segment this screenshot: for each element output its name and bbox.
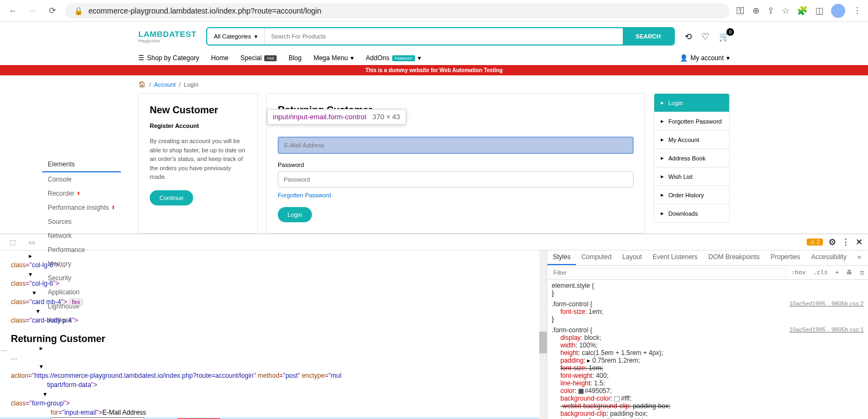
new-customer-card: New Customer Register Account By creatin… (138, 93, 258, 234)
devtools-tab-network[interactable]: Network (42, 229, 121, 243)
sidebar-icon: ▸ (661, 210, 664, 217)
devtools-menu-icon[interactable]: ⋮ (841, 237, 850, 247)
share-icon[interactable]: ⇪ (767, 5, 774, 16)
sidebar-item-forgotten-password[interactable]: ▸ Forgotten Password (654, 112, 729, 131)
key-icon[interactable]: ⚿ (736, 6, 745, 16)
hov-toggle[interactable]: :hov (789, 268, 808, 277)
extensions-icon[interactable]: 🧩 (797, 5, 808, 16)
sidebar-item-login[interactable]: ▸ Login (654, 94, 729, 112)
nav-shop-category[interactable]: ☰ Shop by Category (138, 54, 199, 62)
bookmark-icon[interactable]: ☆ (782, 5, 789, 16)
avatar[interactable] (831, 4, 845, 18)
styles-tab-dom-breakpoints[interactable]: DOM Breakpoints (703, 250, 765, 265)
sidebar-icon: ▸ (661, 99, 664, 106)
computed-toggle-icon[interactable]: ◫ (858, 268, 866, 277)
home-icon[interactable]: 🏠 (138, 81, 146, 88)
new-customer-subtitle: Register Account (150, 123, 246, 129)
nav-home[interactable]: Home (211, 54, 228, 62)
devtools-panel: ⬚ ▭ ElementsConsoleRecorder⬆Performance … (0, 234, 868, 419)
banner-notice: This is a dummy website for Web Automati… (0, 65, 868, 75)
chevron-down-icon: ▾ (254, 33, 258, 40)
devtools-tab-console[interactable]: Console (42, 172, 121, 186)
styles-tab-properties[interactable]: Properties (765, 250, 806, 265)
styles-sidebar: StylesComputedLayoutEvent ListenersDOM B… (547, 250, 868, 419)
menu-icon[interactable]: ⋮ (853, 5, 861, 16)
sidebar-item-address-book[interactable]: ▸ Address Book (654, 149, 729, 167)
devtools-tabs: ⬚ ▭ ElementsConsoleRecorder⬆Performance … (0, 234, 868, 250)
wishlist-icon[interactable]: ♡ (701, 31, 709, 42)
sidebar-icon: ▸ (661, 173, 664, 180)
nav-addons[interactable]: AddOnsFeatured ▾ (366, 54, 420, 62)
sidebar-icon: ▸ (661, 191, 664, 198)
new-rule-icon[interactable]: + (833, 268, 841, 277)
styles-rules[interactable]: element.style { } 10ac5ed1985…9805b.css:… (547, 280, 868, 419)
login-button[interactable]: Login (278, 207, 312, 222)
sidebar-item-my-account[interactable]: ▸ My Account (654, 131, 729, 149)
styles-tab-layout[interactable]: Layout (617, 250, 647, 265)
breadcrumb-login: Login (184, 81, 199, 88)
sidebar-item-order-history[interactable]: ▸ Order History (654, 186, 729, 204)
search-bar: All Categories ▾ SEARCH (206, 27, 675, 46)
forward-button[interactable]: → (26, 4, 39, 17)
styles-tab-computed[interactable]: Computed (576, 250, 617, 265)
sidebar-icon: ▸ (661, 118, 664, 125)
search-button[interactable]: SEARCH (623, 28, 674, 44)
nav-special[interactable]: SpecialHot (240, 54, 277, 62)
nav-mega-menu[interactable]: Mega Menu ▾ (314, 54, 354, 62)
print-icon[interactable]: 🖶 (844, 268, 854, 277)
header-icons: ⟲ ♡ 🛒0 (685, 31, 730, 42)
nav-blog[interactable]: Blog (289, 54, 302, 62)
returning-customer-card: Returning Customer input#input-email.for… (266, 93, 645, 234)
category-select[interactable]: All Categories ▾ (207, 28, 264, 44)
continue-button[interactable]: Continue (150, 190, 193, 205)
styles-tab-event-listeners[interactable]: Event Listeners (647, 250, 703, 265)
password-label: Password (278, 162, 634, 168)
sidepanel-icon[interactable]: ◫ (815, 5, 824, 16)
devtools-tab-elements[interactable]: Elements (42, 157, 121, 172)
nav-bar: ☰ Shop by Category Home SpecialHot Blog … (138, 51, 730, 65)
logo[interactable]: LAMBDATEST Playground (138, 29, 196, 43)
styles-tab-accessibility[interactable]: Accessibility (806, 250, 852, 265)
styles-tabs-more[interactable]: » (852, 250, 867, 265)
sidebar-icon: ▸ (661, 136, 664, 143)
nav-my-account[interactable]: 👤 My account ▾ (680, 54, 730, 62)
account-sidebar: ▸ Login▸ Forgotten Password▸ My Account▸… (654, 93, 730, 234)
forgot-password-link[interactable]: Forgotten Password (278, 192, 331, 198)
new-customer-text: By creating an account you will be able … (150, 137, 246, 182)
url-bar[interactable]: 🔒 ecommerce-playground.lambdatest.io/ind… (65, 3, 730, 18)
new-customer-title: New Customer (150, 105, 246, 116)
password-field[interactable] (278, 171, 634, 188)
devtools-tab-sources[interactable]: Sources (42, 215, 121, 229)
back-button[interactable]: ← (7, 4, 20, 17)
gear-icon[interactable]: ⚙ (828, 237, 836, 247)
url-text: ecommerce-playground.lambdatest.io/index… (88, 7, 321, 15)
search-input[interactable] (265, 28, 623, 44)
breadcrumb: 🏠 / Account / Login (138, 75, 730, 93)
site-header: LAMBDATEST Playground All Categories ▾ S… (138, 22, 730, 51)
inspect-tooltip: input#input-email.form-control 370 × 43 (267, 109, 406, 125)
compare-icon[interactable]: ⟲ (685, 31, 692, 42)
elements-scrollbar[interactable] (539, 250, 547, 419)
issues-badge[interactable]: ⚠ 2 (807, 238, 823, 246)
sidebar-icon: ▸ (661, 154, 664, 162)
browser-actions: ⚿ ⊕ ⇪ ☆ 🧩 ◫ ⋮ (736, 4, 861, 18)
devtools-tab-performance-insights[interactable]: Performance insights⬆ (42, 201, 121, 215)
sidebar-item-wish-list[interactable]: ▸ Wish List (654, 167, 729, 186)
zoom-icon[interactable]: ⊕ (752, 5, 760, 16)
sidebar-item-downloads[interactable]: ▸ Downloads (654, 204, 729, 222)
devtools-tab-recorder[interactable]: Recorder⬆ (42, 186, 121, 201)
page-content: LAMBDATEST Playground All Categories ▾ S… (0, 22, 868, 234)
content-row: New Customer Register Account By creatin… (138, 93, 730, 234)
browser-toolbar: ← → ⟳ 🔒 ecommerce-playground.lambdatest.… (0, 0, 868, 22)
email-field[interactable] (278, 137, 634, 154)
elements-tree[interactable]: ⋯ ▸ class="col-lg-6">… ▾ class="col-lg-6… (0, 250, 547, 419)
styles-filter-input[interactable] (550, 268, 786, 278)
lock-icon: 🔒 (74, 7, 83, 15)
breadcrumb-account[interactable]: Account (154, 81, 176, 88)
close-icon[interactable]: ✕ (856, 237, 863, 247)
styles-filter-row: :hov .cls + 🖶 ◫ (547, 266, 868, 280)
cart-icon[interactable]: 🛒0 (719, 31, 730, 42)
cls-toggle[interactable]: .cls (811, 268, 830, 277)
styles-tab-styles[interactable]: Styles (547, 250, 576, 265)
reload-button[interactable]: ⟳ (46, 4, 59, 17)
